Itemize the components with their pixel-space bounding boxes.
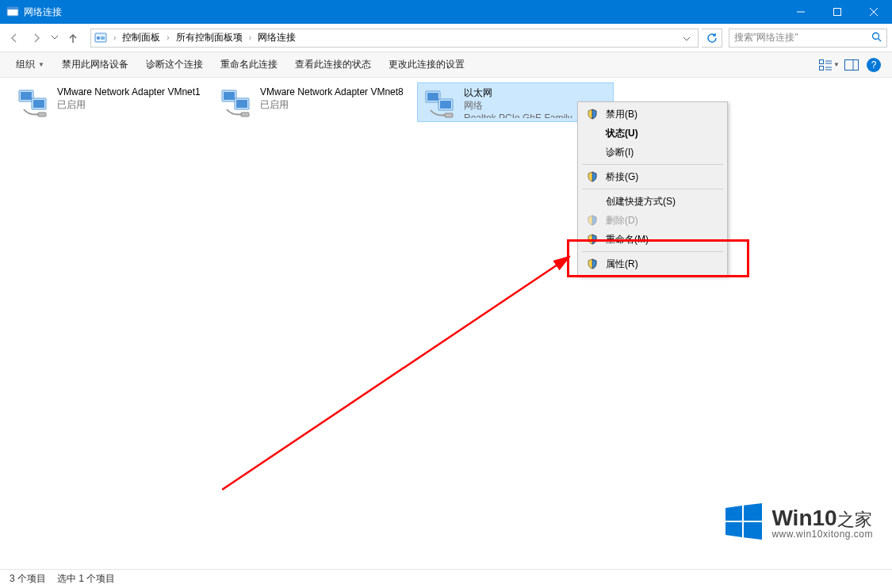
svg-rect-12 (820, 59, 824, 63)
svg-marker-38 (725, 522, 742, 537)
breadcrumb-item[interactable]: 所有控制面板项 (176, 31, 243, 44)
adapter-status: 网络 (464, 99, 583, 112)
chevron-right-icon: › (246, 33, 255, 42)
view-status-button[interactable]: 查看此连接的状态 (287, 55, 379, 74)
close-button[interactable] (856, 0, 892, 24)
history-dropdown[interactable] (49, 36, 60, 40)
menu-separator (582, 164, 723, 165)
adapter-name: VMware Network Adapter VMnet1 (57, 86, 201, 98)
navigation-bar: › 控制面板 › 所有控制面板项 › 网络连接 搜索"网络连接" (0, 24, 892, 52)
address-bar[interactable]: › 控制面板 › 所有控制面板项 › 网络连接 (90, 29, 699, 48)
breadcrumb-item[interactable]: 控制面板 (122, 31, 160, 44)
menu-item-delete: 删除(D) (580, 211, 725, 230)
watermark-suffix: 之家 (837, 510, 872, 529)
search-placeholder: 搜索"网络连接" (734, 31, 798, 44)
refresh-button[interactable] (702, 29, 722, 48)
context-menu: 禁用(B) 状态(U) 诊断(I) 桥接(G) 创建快捷方式(S) 删除(D) … (577, 101, 728, 277)
status-bar: 3 个项目 选中 1 个项目 (0, 569, 892, 588)
adapter-status: 已启用 (57, 98, 201, 111)
window-system-buttons (783, 0, 892, 24)
network-adapter-icon (421, 86, 459, 121)
view-options-button[interactable]: ▼ (819, 55, 840, 75)
content-area: VMware Network Adapter VMnet1 已启用 VMware… (0, 78, 892, 569)
svg-rect-24 (38, 113, 46, 116)
control-panel-icon (94, 32, 107, 44)
adapter-detail: Realtek PCIe GbE Family ... (464, 112, 583, 118)
network-adapter-icon (217, 86, 255, 120)
watermark-brand: Win10 (771, 506, 836, 530)
menu-item-rename[interactable]: 重命名(M) (580, 230, 725, 249)
search-icon (871, 32, 882, 44)
svg-marker-36 (725, 506, 742, 521)
svg-marker-39 (744, 522, 762, 540)
svg-rect-13 (820, 66, 824, 70)
watermark: Win10之家 www.win10xitong.com (722, 500, 873, 545)
menu-separator (582, 189, 723, 189)
menu-item-bridge[interactable]: 桥接(G) (580, 167, 725, 186)
svg-rect-33 (440, 101, 451, 109)
menu-item-create-shortcut[interactable]: 创建快捷方式(S) (580, 192, 725, 211)
command-toolbar: 组织▼ 禁用此网络设备 诊断这个连接 重命名此连接 查看此连接的状态 更改此连接… (0, 52, 892, 78)
minimize-button[interactable] (783, 0, 819, 24)
up-button[interactable] (63, 29, 82, 48)
shield-icon (587, 109, 598, 120)
svg-marker-37 (744, 503, 762, 521)
menu-item-status[interactable]: 状态(U) (580, 124, 725, 143)
annotation-arrow (222, 252, 579, 498)
adapter-name: VMware Network Adapter VMnet8 (260, 86, 404, 98)
svg-rect-3 (834, 9, 841, 16)
svg-rect-1 (7, 7, 18, 10)
address-dropdown[interactable] (679, 32, 695, 44)
shield-icon (587, 258, 598, 269)
forward-button[interactable] (27, 29, 46, 48)
maximize-button[interactable] (819, 0, 856, 24)
adapter-name: 以太网 (464, 86, 583, 99)
svg-rect-26 (224, 92, 235, 100)
rename-connection-button[interactable]: 重命名此连接 (212, 55, 285, 74)
menu-item-properties[interactable]: 属性(R) (580, 254, 725, 273)
windows-logo-icon (722, 500, 765, 545)
titlebar: 网络连接 (0, 0, 892, 24)
menu-item-disable[interactable]: 禁用(B) (580, 105, 725, 124)
svg-point-10 (873, 32, 879, 39)
change-settings-button[interactable]: 更改此连接的设置 (381, 55, 473, 74)
svg-line-35 (222, 257, 569, 490)
window-title: 网络连接 (24, 6, 783, 19)
shield-icon (587, 171, 598, 182)
preview-pane-button[interactable] (841, 55, 862, 75)
organize-button[interactable]: 组织▼ (8, 55, 52, 74)
svg-rect-23 (33, 100, 44, 108)
shield-icon (587, 234, 598, 245)
help-button[interactable]: ? (863, 55, 884, 75)
network-adapter-icon (14, 86, 52, 120)
watermark-url: www.win10xitong.com (771, 529, 873, 539)
status-selected-count: 选中 1 个项目 (57, 572, 115, 586)
chevron-right-icon: › (110, 33, 119, 42)
svg-line-11 (879, 38, 882, 41)
window-icon (6, 6, 19, 18)
network-adapter-item[interactable]: VMware Network Adapter VMnet1 已启用 (11, 82, 208, 122)
breadcrumb-item[interactable]: 网络连接 (258, 31, 296, 44)
svg-rect-18 (845, 59, 859, 70)
disable-device-button[interactable]: 禁用此网络设备 (54, 55, 136, 74)
svg-rect-29 (241, 113, 249, 116)
svg-point-8 (97, 36, 100, 40)
status-item-count: 3 个项目 (10, 572, 46, 586)
adapter-status: 已启用 (260, 98, 404, 111)
back-button[interactable] (5, 29, 24, 48)
shield-icon (587, 215, 598, 226)
menu-separator (582, 251, 723, 252)
svg-rect-28 (236, 100, 247, 108)
svg-rect-9 (101, 36, 105, 40)
svg-rect-31 (427, 93, 438, 101)
diagnose-button[interactable]: 诊断这个连接 (138, 55, 211, 74)
menu-item-diagnose[interactable]: 诊断(I) (580, 143, 725, 162)
chevron-right-icon: › (163, 33, 172, 42)
svg-rect-34 (445, 113, 453, 117)
search-input[interactable]: 搜索"网络连接" (729, 29, 887, 48)
svg-rect-21 (21, 92, 32, 100)
chevron-down-icon: ▼ (38, 61, 44, 68)
network-adapter-item[interactable]: VMware Network Adapter VMnet8 已启用 (214, 82, 411, 122)
